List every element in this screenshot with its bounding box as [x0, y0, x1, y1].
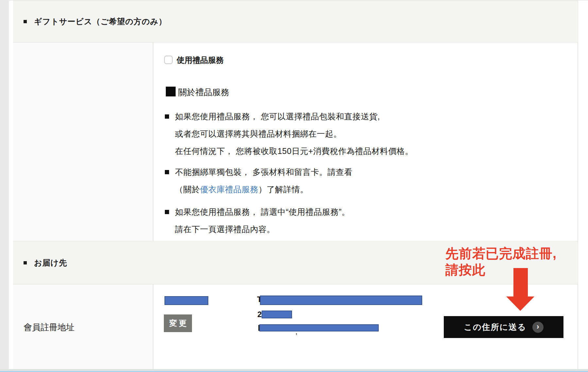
uniqlo-gift-service-link[interactable]: 優衣庫禮品服務: [200, 185, 259, 194]
registration-annotation: 先前若已完成註冊, 請按此: [445, 245, 557, 278]
square-bullet-icon: [165, 170, 169, 174]
gift-bullet-2-line-2: （關於優衣庫禮品服務）了解詳情。: [175, 181, 353, 198]
annotation-line-2: 請按此: [445, 262, 557, 278]
gift-bullet-2-line-1: 不能捆綁單獨包裝， 多張材料和留言卡。請查看: [175, 163, 353, 181]
checkout-page: ギフトサービス（ご希望の方のみ） 使用禮品服務 關於禮品服務 如果您使用禮品服務…: [0, 0, 588, 372]
page-left-gutter: [0, 0, 9, 372]
about-gift-service-heading: 關於禮品服務: [178, 87, 229, 97]
gift-service-title: ギフトサービス（ご希望の方のみ）: [34, 16, 167, 27]
gift-bullet-1-line-1: 如果您使用禮品服務， 您可以選擇禮品包裝和直接送貨,: [175, 108, 413, 125]
gift-bullet-1: 如果您使用禮品服務， 您可以選擇禮品包裝和直接送貨, 或者您可以選擇將其與禮品材…: [175, 108, 413, 160]
change-address-button[interactable]: 変更: [164, 314, 192, 332]
chevron-right-circle: ›: [532, 322, 544, 333]
gift-bullet-3-line-2: 請在下一頁選擇禮品內容。: [175, 221, 350, 238]
send-to-this-address-button[interactable]: この住所に送る ›: [444, 316, 563, 338]
gift-bullet-1-line-2: 或者您可以選擇將其與禮品材料捆綁在一起。: [175, 125, 413, 143]
gift-bullet-3-line-1: 如果您使用禮品服務， 請選中“使用禮品服務”。: [175, 203, 350, 221]
use-gift-service-checkbox[interactable]: [164, 56, 173, 64]
gift-bullet-2-line-2-post: ）了解詳情。: [258, 185, 308, 194]
gift-bullet-2-line-2-pre: （關於: [175, 185, 200, 194]
gift-service-label-cell: [13, 42, 153, 241]
square-bullet-icon: [24, 261, 27, 264]
send-button-label: この住所に送る: [464, 322, 526, 332]
gift-bullet-1-line-3: 在任何情況下， 您將被收取150日元+消費稅作為禮品材料價格。: [175, 143, 413, 160]
gift-service-section-header: ギフトサービス（ご希望の方のみ）: [13, 1, 578, 42]
square-bullet-icon: [165, 210, 169, 214]
gift-bullet-3: 如果您使用禮品服務， 請選中“使用禮品服務”。 請在下一頁選擇禮品內容。: [175, 203, 350, 238]
gift-bullet-2: 不能捆綁單獨包裝， 多張材料和留言卡。請查看 （關於優衣庫禮品服務）了解詳情。: [175, 163, 353, 198]
registered-address-label: 會員註冊地址: [24, 322, 75, 332]
redacted-text-remnant: 2: [257, 311, 262, 318]
square-bullet-icon: [165, 114, 169, 119]
redacted-name-block: [164, 296, 208, 305]
delivery-section-title: お届け先: [34, 258, 67, 268]
chevron-right-icon: ›: [537, 323, 539, 330]
square-bullet-icon: [24, 20, 27, 23]
redacted-phone-block: [260, 296, 422, 305]
black-square-icon: [166, 87, 176, 96]
redacted-address-block: [259, 324, 379, 331]
redacted-postal-block: [262, 311, 292, 318]
annotation-line-1: 先前若已完成註冊,: [445, 245, 557, 262]
table-right-border: [578, 1, 578, 369]
red-arrow-down-icon: [506, 296, 534, 311]
red-arrow-shaft: [513, 268, 528, 297]
use-gift-service-label: 使用禮品服務: [177, 56, 224, 64]
